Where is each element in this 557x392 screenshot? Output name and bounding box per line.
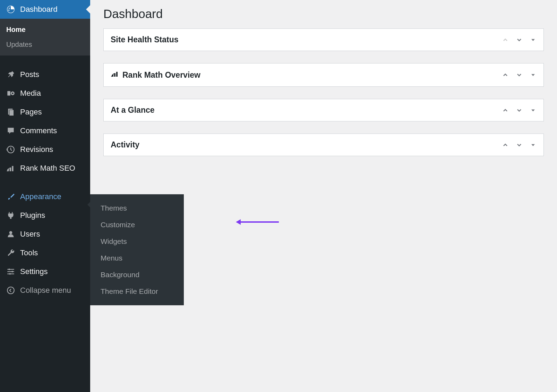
admin-sidebar: Dashboard Home Updates Posts Media Pages… (0, 0, 90, 392)
widget-controls (502, 142, 537, 148)
toggle-icon[interactable] (530, 36, 537, 43)
rankmath-widget-icon (111, 70, 119, 80)
svg-rect-4 (7, 91, 10, 96)
sidebar-item-settings[interactable]: Settings (0, 262, 90, 281)
wrench-icon (6, 248, 15, 257)
svg-rect-15 (7, 271, 14, 272)
svg-point-19 (9, 273, 11, 274)
toggle-icon[interactable] (530, 107, 537, 114)
move-down-icon[interactable] (516, 107, 523, 114)
svg-point-6 (12, 93, 13, 94)
sidebar-item-label: Media (20, 89, 41, 98)
move-up-icon[interactable] (502, 71, 509, 78)
widget-title-text: Activity (111, 140, 139, 150)
move-up-icon[interactable] (502, 36, 509, 43)
sidebar-item-label: Pages (20, 108, 42, 117)
brush-icon (6, 192, 15, 201)
widget-controls (502, 71, 537, 78)
widget-site-health: Site Health Status (103, 28, 544, 51)
flyout-widgets[interactable]: Widgets (90, 233, 184, 250)
widget-title-text: At a Glance (111, 105, 155, 115)
flyout-themes[interactable]: Themes (90, 200, 184, 216)
sidebar-item-tools[interactable]: Tools (0, 244, 90, 262)
user-icon (6, 230, 15, 239)
flyout-theme-file-editor[interactable]: Theme File Editor (90, 283, 184, 300)
dashboard-submenu: Home Updates (0, 19, 90, 56)
move-down-icon[interactable] (516, 71, 523, 78)
sidebar-spacer (0, 178, 90, 187)
arrow-annotation (236, 219, 279, 225)
sliders-icon (6, 267, 15, 276)
comments-icon (6, 126, 15, 135)
appearance-flyout: Themes Customize Widgets Menus Backgroun… (90, 194, 184, 305)
sidebar-item-label: Plugins (20, 211, 45, 220)
move-down-icon[interactable] (516, 142, 523, 148)
widget-rankmath: Rank Math Overview (103, 63, 544, 87)
svg-rect-23 (116, 72, 118, 77)
sidebar-item-appearance[interactable]: Appearance (0, 187, 90, 206)
toggle-icon[interactable] (530, 142, 537, 148)
rankmath-icon (6, 164, 15, 173)
dashboard-icon (6, 5, 15, 14)
widget-controls (502, 36, 537, 43)
sidebar-item-plugins[interactable]: Plugins (0, 206, 90, 225)
collapse-icon (6, 286, 15, 295)
widget-title-text: Site Health Status (111, 35, 179, 44)
svg-rect-14 (7, 269, 14, 270)
widget-title-text: Rank Math Overview (122, 70, 200, 80)
sidebar-item-media[interactable]: Media (0, 84, 90, 103)
sidebar-item-label: Users (20, 230, 40, 239)
submenu-updates[interactable]: Updates (0, 37, 90, 52)
sidebar-item-label: Revisions (20, 145, 53, 154)
move-down-icon[interactable] (516, 36, 523, 43)
sidebar-collapse[interactable]: Collapse menu (0, 281, 90, 300)
flyout-menus[interactable]: Menus (90, 250, 184, 266)
history-icon (6, 145, 15, 154)
move-up-icon[interactable] (502, 142, 509, 148)
svg-point-2 (9, 8, 10, 9)
widget-controls (502, 107, 537, 114)
media-icon (6, 89, 15, 98)
arrow-head (236, 219, 241, 225)
sidebar-item-revisions[interactable]: Revisions (0, 140, 90, 159)
widget-title: Site Health Status (111, 35, 502, 44)
sidebar-item-pages[interactable]: Pages (0, 103, 90, 121)
sidebar-item-label: Appearance (20, 192, 61, 201)
sidebar-item-label: Settings (20, 267, 48, 276)
sidebar-item-label: Comments (20, 126, 57, 135)
svg-point-20 (7, 287, 14, 294)
svg-rect-8 (9, 110, 14, 116)
sidebar-item-dashboard[interactable]: Dashboard (0, 0, 90, 19)
svg-rect-12 (12, 166, 13, 171)
svg-point-13 (9, 231, 12, 234)
sidebar-item-label: Tools (20, 248, 38, 257)
submenu-home[interactable]: Home (0, 22, 90, 37)
pin-icon (6, 70, 15, 79)
widget-at-a-glance: At a Glance (103, 99, 544, 121)
sidebar-item-rankmath[interactable]: Rank Math SEO (0, 159, 90, 178)
pages-icon (6, 108, 15, 117)
flyout-background[interactable]: Background (90, 266, 184, 283)
widget-activity: Activity (103, 134, 544, 156)
page-title: Dashboard (103, 7, 544, 21)
widget-title: At a Glance (111, 105, 502, 115)
toggle-icon[interactable] (530, 71, 537, 78)
widget-title: Rank Math Overview (111, 70, 502, 80)
plug-icon (6, 211, 15, 220)
sidebar-spacer (0, 56, 90, 65)
sidebar-item-label: Rank Math SEO (20, 164, 75, 173)
flyout-customize[interactable]: Customize (90, 216, 184, 233)
svg-rect-11 (10, 168, 11, 171)
svg-point-17 (9, 269, 10, 270)
sidebar-item-label: Dashboard (20, 5, 58, 14)
arrow-line (241, 221, 279, 223)
move-up-icon[interactable] (502, 107, 509, 114)
svg-rect-22 (114, 73, 115, 77)
sidebar-item-posts[interactable]: Posts (0, 65, 90, 84)
sidebar-item-label: Posts (20, 70, 39, 79)
widget-title: Activity (111, 140, 502, 150)
sidebar-item-users[interactable]: Users (0, 225, 90, 244)
sidebar-item-label: Collapse menu (20, 286, 71, 295)
svg-point-18 (11, 271, 13, 272)
sidebar-item-comments[interactable]: Comments (0, 121, 90, 140)
